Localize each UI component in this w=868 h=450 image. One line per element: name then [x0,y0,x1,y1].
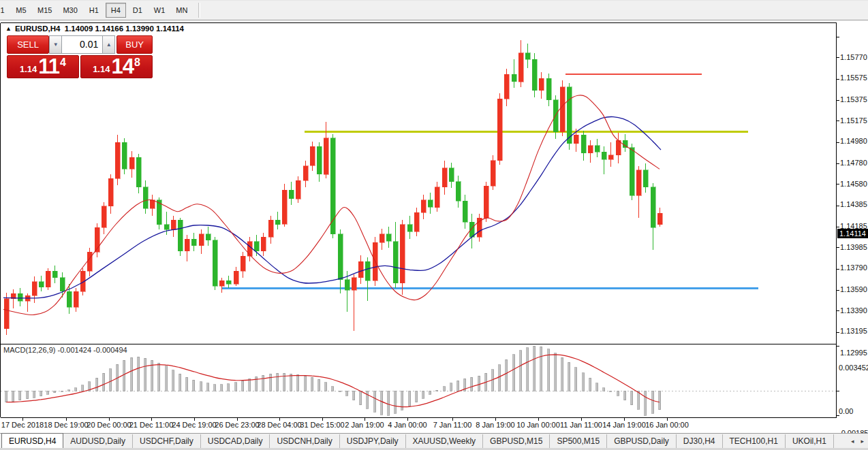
chart-symbol-title: ▲EURUSD,H4 1.14009 1.14166 1.13990 1.141… [5,25,184,33]
timeframe-button-m5[interactable]: M5 [11,3,31,18]
macd-histogram-bar [33,391,35,398]
collapse-triangle-icon[interactable]: ▲ [5,25,12,32]
volume-decrease-button[interactable]: ▼ [49,35,62,54]
chart-tab-usdcad-daily[interactable]: USDCAD,Daily [201,434,270,448]
chart-tab-usdjpy-daily[interactable]: USDJPY,Daily [340,434,406,448]
chart-tab-gbpusd-m15[interactable]: GBPUSD,M15 [483,434,550,448]
macd-histogram-bar [82,385,84,391]
candle-body [338,234,343,280]
macd-histogram-bar [40,391,42,396]
macd-histogram-bar [318,379,320,391]
macd-histogram-bar [533,346,536,391]
macd-histogram-bar [645,391,647,415]
timeframe-button-m15[interactable]: M15 [33,3,57,18]
candle-body [407,225,412,232]
candle-body [442,168,447,187]
candle-body [234,271,238,284]
macd-histogram-bar [374,391,376,412]
buy-price-pipette: 8 [134,59,140,67]
chart-tab-sp500-m15[interactable]: SP500,M15 [550,434,607,448]
candle-body [317,146,322,174]
macd-histogram-bar [381,391,383,415]
macd-histogram-bar [596,383,598,391]
candle-body [449,168,454,182]
price-tick-label: 1.13985 [840,243,867,251]
price-tick-label: 1.14385 [840,200,867,208]
macd-histogram-bar [638,391,640,409]
chart-tab-usdcnh-daily[interactable]: USDCNH,Daily [270,434,339,448]
sell-button[interactable]: SELL [7,35,49,54]
macd-histogram-bar [242,381,244,391]
candle-body [567,87,572,144]
candle-body [386,234,391,242]
candle-body [657,213,662,224]
candle-body [261,237,266,251]
candle-body [421,200,426,213]
macd-histogram-bar [339,391,341,391]
timeframe-button-h4[interactable]: H4 [106,3,126,18]
candle-body [616,140,621,155]
candle-body [602,152,606,159]
candle-body [643,170,648,187]
macd-histogram-bar [478,376,480,391]
candle-body [303,166,308,181]
timeframe-button-m30[interactable]: M30 [58,3,82,18]
candle-body [428,200,433,208]
candle-body [241,256,245,271]
price-chart-surface[interactable] [0,20,868,433]
timeframe-button-m1[interactable]: M1 [0,3,10,18]
candle-body [32,282,37,295]
sell-price-display[interactable]: 1.14 11 4 [7,55,79,78]
candle-body [171,220,176,229]
candle-body [345,280,350,291]
candle-body [254,242,259,251]
candle-body [651,187,655,227]
sell-price-prefix: 1.14 [20,63,37,76]
volume-input[interactable]: 0.01 [62,35,102,54]
timeframe-button-d1[interactable]: D1 [127,3,148,18]
current-price-badge: 1.14114 [837,229,868,238]
macd-histogram-bar [19,391,21,400]
candle-body [178,220,183,251]
price-tick-label: 1.13390 [840,306,867,315]
price-tick-label: 1.14980 [840,137,867,145]
volume-increase-button[interactable]: ▲ [102,35,115,54]
macd-histogram-bar [96,378,98,391]
chart-tab-xauusd-weekly[interactable]: XAUUSD,Weekly [406,434,483,448]
chart-tab-tech100-h1[interactable]: TECH100,H1 [723,434,786,448]
macd-histogram-bar [394,391,397,413]
candle-body [497,99,502,161]
timeframe-button-h1[interactable]: H1 [84,3,104,18]
chart-tab-usdchf-daily[interactable]: USDCHF,Daily [133,434,201,448]
chart-tab-eurusd-h4[interactable]: EURUSD,H4 [1,433,63,448]
candle-body [310,146,315,165]
candle-body [136,157,141,187]
macd-indicator-label: MACD(12,26,9) -0.001424 -0.000494 [3,346,127,354]
macd-histogram-bar [158,363,160,391]
chart-tab-ukoil-h1[interactable]: UKOil,H1 [786,434,834,448]
macd-histogram-bar [575,368,577,391]
macd-histogram-bar [47,391,49,394]
macd-histogram-bar [290,374,292,391]
macd-histogram-bar [589,378,591,391]
candle-body [630,148,634,195]
tab-scroll-left-icon[interactable]: ◂ [851,438,854,445]
candle-body [477,218,482,237]
buy-price-display[interactable]: 1.14 14 8 [80,55,153,78]
chart-tab-audusd-daily[interactable]: AUDUSD,Daily [63,434,133,448]
macd-histogram-bar [172,370,174,391]
timeframe-button-mn[interactable]: MN [171,3,192,18]
timeframe-button-w1[interactable]: W1 [149,3,170,18]
tab-scroll-right-icon[interactable]: ▸ [861,438,864,445]
macd-histogram-bar [520,351,522,391]
candle-body [185,239,189,251]
buy-button[interactable]: BUY [117,35,153,54]
macd-histogram-bar [388,391,390,415]
chart-tab-gbpusd-daily[interactable]: GBPUSD,Daily [607,434,677,448]
chart-tab-dj30-h4[interactable]: DJ30,H4 [677,434,723,448]
candle-body [588,146,593,153]
macd-histogram-bar [332,387,334,391]
candle-body [456,182,461,201]
macd-histogram-bar [262,375,264,391]
candle-body [143,187,148,208]
